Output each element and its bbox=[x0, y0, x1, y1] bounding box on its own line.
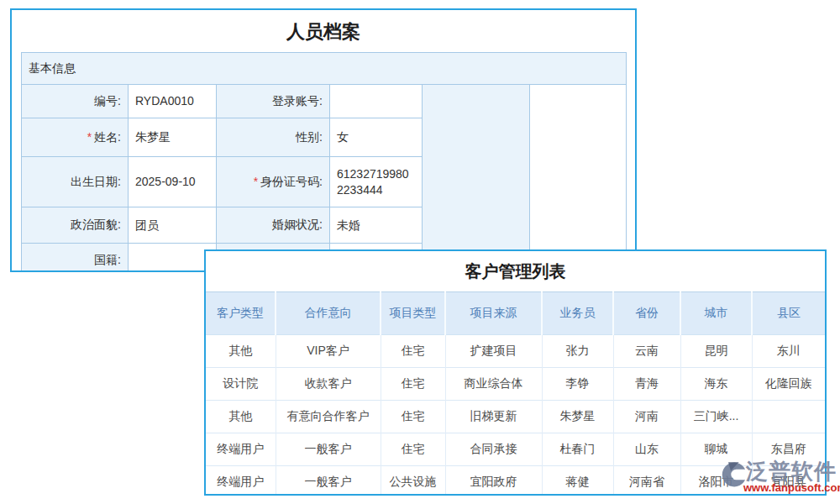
salesperson-link[interactable]: 朱梦星 bbox=[542, 401, 613, 433]
marital-status-value: 未婚 bbox=[330, 207, 423, 244]
cell-cooperation-intent: VIP客户 bbox=[276, 335, 381, 368]
col-header-city[interactable]: 城市 bbox=[680, 292, 752, 335]
customer-panel-title: 客户管理列表 bbox=[206, 251, 825, 291]
cell-project-source: 旧梯更新 bbox=[445, 401, 542, 433]
nationality-value bbox=[129, 244, 217, 273]
cell-city: 海东 bbox=[680, 368, 752, 401]
cell-cooperation-intent: 一般客户 bbox=[276, 466, 381, 496]
table-row: 终端用户 一般客户 公共设施 宜阳政府 蒋健 河南省 洛阳市 宜阳县 bbox=[206, 466, 825, 496]
political-status-value: 团员 bbox=[129, 207, 217, 244]
table-row: 设计院 收款客户 住宅 商业综合体 李铮 青海 海东 化隆回族 bbox=[206, 368, 825, 401]
cell-project-type: 公共设施 bbox=[381, 466, 445, 496]
cell-customer-type: 其他 bbox=[206, 335, 276, 368]
gender-label: 性别: bbox=[217, 118, 330, 157]
col-header-project-source[interactable]: 项目来源 bbox=[445, 292, 542, 335]
cell-province: 云南 bbox=[613, 335, 680, 368]
cell-customer-type: 终端用户 bbox=[206, 433, 276, 466]
cell-province: 河南省 bbox=[613, 466, 680, 496]
required-asterisk: * bbox=[87, 130, 92, 144]
cell-customer-type: 其他 bbox=[206, 401, 276, 433]
id-photo-cell: 证件照 宽200px bbox=[423, 85, 530, 273]
cell-project-source: 商业综合体 bbox=[445, 368, 542, 401]
personnel-panel-title: 人员档案 bbox=[12, 17, 635, 47]
col-header-salesperson[interactable]: 业务员 bbox=[542, 292, 613, 335]
photo-side-cell bbox=[530, 85, 627, 273]
col-header-project-type[interactable]: 项目类型 bbox=[381, 292, 445, 335]
required-asterisk: * bbox=[254, 175, 258, 188]
cell-city: 昆明 bbox=[680, 335, 752, 368]
col-header-cooperation-intent[interactable]: 合作意向 bbox=[276, 292, 381, 335]
birth-date-value: 2025-09-10 bbox=[129, 157, 217, 207]
cell-project-source: 合同承接 bbox=[445, 433, 542, 466]
table-row: 其他 有意向合作客户 住宅 旧梯更新 朱梦星 河南 三门峡... bbox=[206, 401, 825, 433]
cell-county: 化隆回族 bbox=[752, 368, 825, 401]
name-value: 朱梦星 bbox=[129, 118, 217, 157]
col-header-customer-type[interactable]: 客户类型 bbox=[206, 292, 276, 335]
cell-project-type: 住宅 bbox=[381, 433, 445, 466]
nationality-label: 国籍: bbox=[22, 244, 129, 273]
cell-project-source: 扩建项目 bbox=[445, 335, 542, 368]
id-number-label: *身份证号码: bbox=[217, 157, 330, 207]
id-number-value: 612327199802233444 bbox=[330, 157, 423, 207]
customer-table: 客户类型 合作意向 项目类型 项目来源 业务员 省份 城市 县区 其他 VIP客… bbox=[206, 291, 825, 496]
marital-status-label: 婚姻状况: bbox=[217, 207, 330, 244]
code-label: 编号: bbox=[22, 85, 129, 118]
gender-value: 女 bbox=[330, 118, 423, 157]
basic-info-table: 基本信息 编号: RYDA0010 登录账号: 证件照 宽200px *姓名: … bbox=[21, 52, 627, 272]
col-header-county[interactable]: 县区 bbox=[752, 292, 825, 335]
cell-county bbox=[752, 401, 825, 433]
code-value: RYDA0010 bbox=[129, 85, 217, 118]
cell-project-source: 宜阳政府 bbox=[445, 466, 542, 496]
basic-info-section-header: 基本信息 bbox=[22, 53, 627, 85]
cell-province: 河南 bbox=[613, 401, 680, 433]
cell-county: 宜阳县 bbox=[752, 466, 825, 496]
political-status-label: 政治面貌: bbox=[22, 207, 129, 244]
cell-project-type: 住宅 bbox=[381, 368, 445, 401]
cell-city: 洛阳市 bbox=[680, 466, 752, 496]
table-row: 终端用户 一般客户 住宅 合同承接 杜春门 山东 聊城 东昌府 bbox=[206, 433, 825, 466]
birth-date-label: 出生日期: bbox=[22, 157, 129, 207]
cell-customer-type: 终端用户 bbox=[206, 466, 276, 496]
salesperson-link[interactable]: 张力 bbox=[542, 335, 613, 368]
cell-county: 东川 bbox=[752, 335, 825, 368]
cell-province: 山东 bbox=[613, 433, 680, 466]
login-account-value bbox=[330, 85, 423, 118]
col-header-province[interactable]: 省份 bbox=[613, 292, 680, 335]
cell-city: 三门峡... bbox=[680, 401, 752, 433]
salesperson-link[interactable]: 杜春门 bbox=[542, 433, 613, 466]
cell-province: 青海 bbox=[613, 368, 680, 401]
name-label: *姓名: bbox=[22, 118, 129, 157]
salesperson-link[interactable]: 蒋健 bbox=[542, 466, 613, 496]
salesperson-link[interactable]: 李铮 bbox=[542, 368, 613, 401]
personnel-archive-panel: 人员档案 基本信息 编号: RYDA0010 登录账号: 证件照 宽200px … bbox=[10, 8, 637, 272]
cell-cooperation-intent: 收款客户 bbox=[276, 368, 381, 401]
cell-project-type: 住宅 bbox=[381, 401, 445, 433]
table-row: 其他 VIP客户 住宅 扩建项目 张力 云南 昆明 东川 bbox=[206, 335, 825, 368]
customer-table-header-row: 客户类型 合作意向 项目类型 项目来源 业务员 省份 城市 县区 bbox=[206, 292, 825, 335]
cell-city: 聊城 bbox=[680, 433, 752, 466]
cell-county: 东昌府 bbox=[752, 433, 825, 466]
customer-management-panel: 客户管理列表 客户类型 合作意向 项目类型 项目来源 业务员 省份 城市 县区 … bbox=[204, 249, 827, 496]
cell-project-type: 住宅 bbox=[381, 335, 445, 368]
login-account-label: 登录账号: bbox=[217, 85, 330, 118]
cell-customer-type: 设计院 bbox=[206, 368, 276, 401]
cell-cooperation-intent: 有意向合作客户 bbox=[276, 401, 381, 433]
cell-cooperation-intent: 一般客户 bbox=[276, 433, 381, 466]
